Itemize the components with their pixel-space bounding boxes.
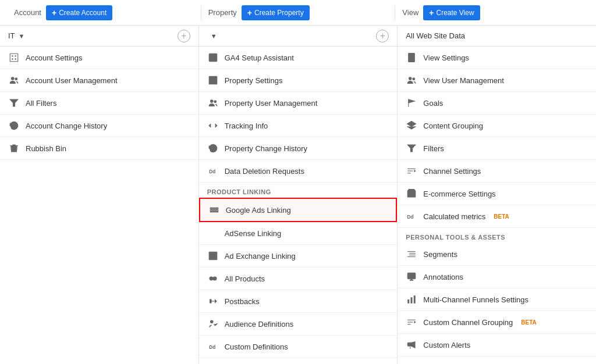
cart-icon: [406, 188, 417, 199]
audience-definitions-label: Audience Definitions: [225, 320, 294, 329]
nav-item-account-change-history[interactable]: Account Change History: [0, 115, 198, 137]
goals-label: Goals: [423, 99, 443, 108]
content-grouping-label: Content Grouping: [423, 122, 483, 130]
nav-item-rubbish-bin[interactable]: Rubbish Bin: [0, 137, 198, 160]
nav-item-property-change-history[interactable]: Property Change History: [199, 137, 398, 160]
nav-item-ad-exchange-linking[interactable]: Ad Exchange Linking: [199, 245, 398, 267]
nav-item-annotations[interactable]: Annotations: [398, 266, 596, 288]
nav-item-view-user-management[interactable]: View User Management: [398, 69, 596, 92]
all-filters-label: All Filters: [26, 99, 56, 108]
nav-item-account-user-management[interactable]: Account User Management: [0, 69, 198, 92]
dd-icon-2: Dd: [207, 341, 219, 352]
nav-item-custom-channel-grouping[interactable]: Custom Channel Grouping BETA: [398, 311, 596, 334]
create-view-button[interactable]: + Create View: [423, 5, 480, 20]
nav-item-custom-definitions[interactable]: Dd Custom Definitions: [199, 336, 398, 358]
nav-item-multi-channel-funnels[interactable]: Multi-Channel Funnels Settings: [398, 288, 596, 311]
svg-point-20: [210, 320, 213, 323]
plus-icon3: +: [429, 8, 434, 17]
property-dropdown-arrow: ▼: [211, 33, 217, 40]
svg-point-18: [210, 277, 213, 280]
postbacks-label: Postbacks: [225, 297, 260, 306]
svg-rect-0: [10, 53, 18, 62]
create-property-button[interactable]: + Create Property: [242, 5, 310, 20]
nav-item-view-settings[interactable]: View Settings: [398, 47, 596, 69]
grid-icon: [208, 204, 220, 216]
top-bar-inner: Account + Create Account Property + Crea…: [7, 5, 589, 20]
nav-item-audience-definitions[interactable]: Audience Definitions: [199, 313, 398, 336]
custom-alerts-label: Custom Alerts: [423, 341, 470, 349]
svg-rect-9: [209, 76, 217, 84]
nav-item-ga4-setup[interactable]: GA4 Setup Assistant: [199, 47, 398, 69]
nav-item-google-ads-linking[interactable]: Google Ads Linking: [199, 198, 398, 222]
nav-item-ecommerce-settings[interactable]: E-commerce Settings: [398, 183, 596, 205]
nav-item-content-grouping[interactable]: Content Grouping: [398, 115, 596, 137]
view-dropdown[interactable]: All Web Site Data: [406, 29, 465, 42]
nav-item-channel-settings[interactable]: Channel Settings: [398, 160, 596, 183]
svg-marker-29: [407, 122, 416, 127]
nav-item-account-settings[interactable]: Account Settings: [0, 47, 198, 69]
svg-rect-3: [12, 59, 13, 60]
channel-settings-label: Channel Settings: [423, 167, 481, 176]
nav-item-filters[interactable]: Filters: [398, 137, 596, 160]
account-sub-header: IT ▼ +: [0, 26, 198, 47]
nav-item-calculated-metrics[interactable]: Dd Calculated metrics BETA: [398, 205, 596, 228]
account-change-history-label: Account Change History: [26, 122, 107, 130]
svg-text:Dd: Dd: [407, 215, 414, 220]
nav-item-adsense-linking[interactable]: AdSense Linking: [199, 222, 398, 245]
nav-item-postbacks[interactable]: Postbacks: [199, 290, 398, 313]
svg-rect-14: [210, 209, 218, 210]
svg-point-27: [413, 78, 415, 80]
account-add-button[interactable]: +: [178, 30, 190, 42]
dd-icon-3: Dd: [406, 210, 417, 222]
comment-icon: [406, 271, 417, 283]
plus-icon2: +: [247, 8, 252, 17]
property-dropdown[interactable]: ▼: [207, 30, 217, 42]
adsense-icon: [207, 227, 219, 239]
trash-icon: [8, 142, 20, 154]
calculated-metrics-beta-badge: BETA: [494, 213, 509, 220]
account-dropdown[interactable]: IT ▼: [8, 29, 24, 42]
account-dropdown-value: IT: [8, 31, 15, 40]
filter-icon: [8, 97, 20, 109]
users-icon: [8, 74, 20, 86]
nav-item-tracking-info[interactable]: Tracking Info: [199, 115, 398, 137]
person-filter-icon: [207, 318, 219, 330]
custom-definitions-label: Custom Definitions: [225, 342, 288, 351]
arrows-icon: [207, 295, 219, 307]
account-column: IT ▼ + Account Settings Account User Man…: [0, 26, 199, 364]
create-property-label: Create Property: [254, 9, 304, 17]
svg-rect-15: [210, 211, 218, 212]
nav-item-data-deletion[interactable]: Dd Data Deletion Requests: [199, 160, 398, 183]
property-top-section: Property + Create Property: [201, 5, 396, 20]
nav-item-all-filters[interactable]: All Filters: [0, 92, 198, 115]
nav-item-all-products[interactable]: All Products: [199, 267, 398, 290]
multi-channel-funnels-label: Multi-Channel Funnels Settings: [423, 295, 528, 304]
adsense-linking-label: AdSense Linking: [225, 229, 282, 238]
nav-item-property-user-management[interactable]: Property User Management: [199, 92, 398, 115]
circles-icon: [207, 273, 219, 284]
svg-point-11: [214, 101, 217, 103]
svg-point-10: [210, 100, 213, 103]
create-account-button[interactable]: + Create Account: [46, 5, 112, 20]
svg-rect-2: [15, 55, 16, 56]
tracking-info-label: Tracking Info: [225, 122, 268, 130]
bars-icon: [406, 294, 417, 305]
data-deletion-label: Data Deletion Requests: [225, 167, 304, 176]
property-user-management-label: Property User Management: [225, 99, 318, 108]
code-icon: [207, 120, 219, 131]
history-icon: [8, 120, 20, 131]
main-content: IT ▼ + Account Settings Account User Man…: [0, 26, 596, 364]
annotations-label: Annotations: [423, 273, 463, 281]
svg-point-19: [213, 277, 217, 280]
ecommerce-settings-label: E-commerce Settings: [423, 190, 495, 198]
svg-point-6: [15, 78, 17, 80]
nav-item-property-settings[interactable]: Property Settings: [199, 69, 398, 92]
property-add-button[interactable]: +: [376, 30, 389, 42]
nav-item-goals[interactable]: Goals: [398, 92, 596, 115]
users-icon-2: [207, 97, 219, 109]
svg-rect-42: [411, 297, 413, 304]
top-bar: Account + Create Account Property + Crea…: [0, 0, 596, 26]
svg-marker-7: [10, 99, 18, 106]
nav-item-custom-alerts[interactable]: Custom Alerts: [398, 334, 596, 356]
nav-item-segments[interactable]: Segments: [398, 243, 596, 266]
